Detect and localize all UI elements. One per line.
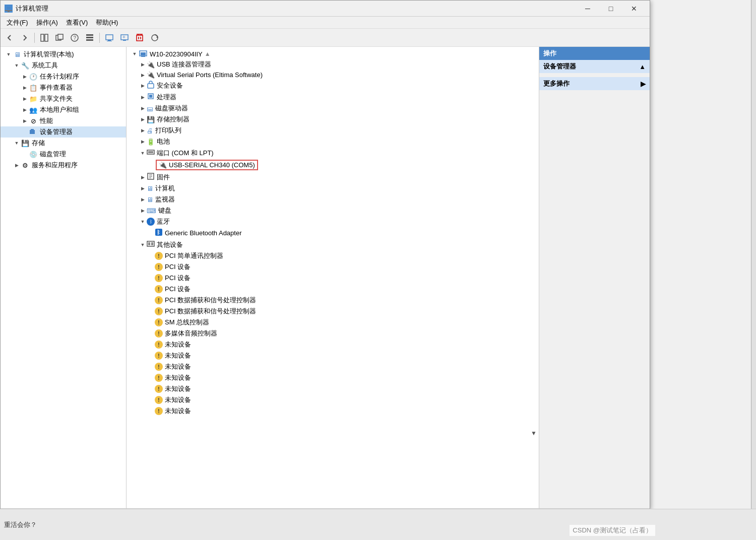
- add-button[interactable]: +: [117, 31, 132, 44]
- show-hide-button[interactable]: [37, 31, 51, 44]
- bt-adapter-label: Generic Bluetooth Adapter: [165, 229, 242, 237]
- device-battery[interactable]: ▶ 🔋 电池: [127, 136, 539, 147]
- device-disk[interactable]: ▶ 🖴 磁盘驱动器: [127, 103, 539, 114]
- device-usb-connector[interactable]: ▶ 🔌 USB 连接器管理器: [127, 59, 539, 70]
- left-task-scheduler[interactable]: ▶ 🕐 任务计划程序: [1, 71, 126, 82]
- close-button[interactable]: ✕: [622, 1, 646, 17]
- system-tools-label: 系统工具: [32, 61, 58, 70]
- device-pci-1[interactable]: ! PCI 设备: [127, 261, 539, 273]
- event-label: 事件查看器: [40, 83, 73, 92]
- device-unknown-7[interactable]: ! 未知设备: [127, 406, 539, 417]
- devmgr-icon: [29, 128, 38, 136]
- users-icon: 👥: [29, 106, 38, 114]
- virtual-serial-label: Virtual Serial Ports (Eltima Softwate): [157, 71, 263, 79]
- devmgr-label: 设备管理器: [40, 127, 73, 137]
- action-more-section[interactable]: 更多操作 ▶: [539, 77, 650, 90]
- warn-icon-5: !: [155, 296, 163, 304]
- left-local-users[interactable]: ▶ 👥 本地用户和组: [1, 104, 126, 115]
- device-unknown-5[interactable]: ! 未知设备: [127, 383, 539, 394]
- window-right-edge: [751, 0, 756, 509]
- svg-rect-2: [5, 10, 12, 11]
- device-pci-3[interactable]: ! PCI 设备: [127, 284, 539, 295]
- main-content: ▼ 🖥 计算机管理(本地) ▼ 🔧 系统工具 ▶ 🕐 任务计划程序: [1, 47, 650, 508]
- device-security[interactable]: ▶ 安全设备: [127, 80, 539, 91]
- security-label: 安全设备: [157, 81, 183, 90]
- action-header: 操作: [539, 47, 650, 60]
- device-print[interactable]: ▶ 🖨 打印队列: [127, 125, 539, 136]
- unknown-5-label: 未知设备: [165, 384, 191, 393]
- warn-icon-11: !: [155, 363, 163, 371]
- print-label: 打印队列: [155, 126, 181, 135]
- computer-button[interactable]: [102, 31, 116, 44]
- storage-ctrl-icon: 💾: [147, 116, 155, 123]
- monitor-icon: 🖥: [147, 196, 153, 204]
- separator-1: [34, 33, 35, 43]
- menu-action[interactable]: 操作(A): [32, 17, 62, 28]
- view-button[interactable]: [83, 31, 97, 44]
- device-processor[interactable]: ▶ 处理器: [127, 91, 539, 103]
- device-root[interactable]: ▼ W10-20230904IIY ▲: [127, 49, 539, 59]
- window-title: 计算机管理: [16, 4, 576, 13]
- usb-serial-label: USB-SERIAL CH340 (COM5): [169, 161, 255, 169]
- svg-rect-31: [141, 52, 146, 55]
- refresh-button[interactable]: [148, 31, 162, 44]
- other-label: 其他设备: [157, 240, 183, 249]
- left-performance[interactable]: ▶ ⊘ 性能: [1, 115, 126, 126]
- device-unknown-1[interactable]: ! 未知设备: [127, 339, 539, 350]
- help-button[interactable]: ?: [68, 31, 82, 44]
- device-pci-data-2[interactable]: ! PCI 数据捕获和信号处理控制器: [127, 306, 539, 317]
- device-sm-bus[interactable]: ! SM 总线控制器: [127, 317, 539, 328]
- new-window-button[interactable]: [52, 31, 67, 44]
- perf-icon: ⊘: [29, 117, 38, 125]
- delete-button[interactable]: [133, 31, 147, 44]
- maximize-button[interactable]: □: [599, 1, 622, 17]
- left-root[interactable]: ▼ 🖥 计算机管理(本地): [1, 49, 126, 60]
- device-pci-data-1[interactable]: ! PCI 数据捕获和信号处理控制器: [127, 295, 539, 306]
- menu-help[interactable]: 帮助(H): [92, 17, 122, 28]
- device-multimedia[interactable]: ! 多媒体音频控制器: [127, 328, 539, 339]
- device-bluetooth[interactable]: ▼ ᛒ 蓝牙: [127, 216, 539, 227]
- device-usb-serial[interactable]: 🔌 USB-SERIAL CH340 (COM5): [127, 159, 539, 171]
- forward-button[interactable]: [18, 31, 32, 44]
- device-keyboard[interactable]: ▶ ⌨ 键盘: [127, 205, 539, 216]
- left-services[interactable]: ▶ ⚙ 服务和应用程序: [1, 160, 126, 171]
- ports-label: 端口 (COM 和 LPT): [157, 149, 214, 158]
- device-unknown-4[interactable]: ! 未知设备: [127, 372, 539, 383]
- device-pci-comm[interactable]: ! PCI 简单通讯控制器: [127, 250, 539, 261]
- device-monitor[interactable]: ▶ 🖥 监视器: [127, 194, 539, 205]
- svg-rect-11: [86, 37, 93, 38]
- left-storage[interactable]: ▼ 💾 存储: [1, 138, 126, 149]
- left-event-viewer[interactable]: ▶ 📋 事件查看器: [1, 82, 126, 93]
- svg-rect-3: [8, 11, 10, 12]
- device-ports[interactable]: ▼ 端口 (COM 和 LPT): [127, 147, 539, 159]
- svg-rect-36: [148, 151, 153, 153]
- device-computer[interactable]: ▶ 🖥 计算机: [127, 183, 539, 194]
- firmware-icon: [147, 172, 155, 182]
- device-other[interactable]: ▼ 其他设备: [127, 239, 539, 250]
- device-unknown-2[interactable]: ! 未知设备: [127, 350, 539, 361]
- device-firmware[interactable]: ▶ 固件: [127, 171, 539, 183]
- device-unknown-6[interactable]: ! 未知设备: [127, 394, 539, 406]
- left-device-manager[interactable]: 设备管理器: [1, 126, 126, 138]
- processor-label: 处理器: [157, 93, 176, 102]
- back-button[interactable]: [3, 31, 17, 44]
- bottom-text: 重活会你？: [4, 520, 37, 529]
- device-bt-adapter[interactable]: ᛒ Generic Bluetooth Adapter: [127, 227, 539, 239]
- left-disk-mgmt[interactable]: 💿 磁盘管理: [1, 149, 126, 160]
- device-virtual-serial[interactable]: ▶ 🔌 Virtual Serial Ports (Eltima Softwat…: [127, 70, 539, 80]
- title-bar: 计算机管理 ─ □ ✕: [1, 1, 650, 17]
- left-system-tools[interactable]: ▼ 🔧 系统工具: [1, 60, 126, 71]
- menu-view[interactable]: 查看(V): [62, 17, 92, 28]
- unknown-6-label: 未知设备: [165, 395, 191, 404]
- menu-file[interactable]: 文件(F): [3, 17, 32, 28]
- system-tools-icon: 🔧: [21, 61, 30, 70]
- left-shared-folder[interactable]: ▶ 📁 共享文件夹: [1, 93, 126, 104]
- device-tree: ▼ W10-20230904IIY ▲ ▶ 🔌 USB: [127, 47, 539, 429]
- action-devmgr-section[interactable]: 设备管理器 ▲: [539, 60, 650, 73]
- scroll-down-icon: ▼: [529, 429, 539, 438]
- device-storage-ctrl[interactable]: ▶ 💾 存储控制器: [127, 114, 539, 125]
- device-unknown-3[interactable]: ! 未知设备: [127, 361, 539, 372]
- minimize-button[interactable]: ─: [576, 1, 599, 17]
- usb-serial-highlight: 🔌 USB-SERIAL CH340 (COM5): [156, 160, 258, 170]
- device-pci-2[interactable]: ! PCI 设备: [127, 273, 539, 284]
